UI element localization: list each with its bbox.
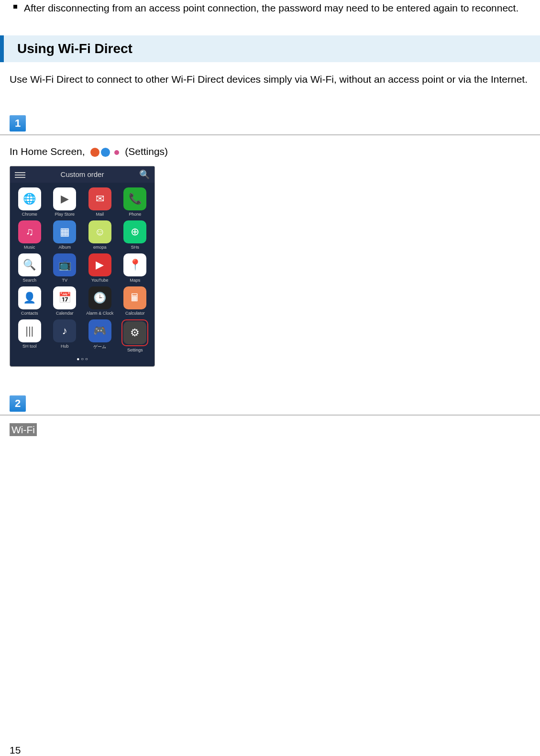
app-item: 🌐Chrome [14, 187, 45, 217]
app-label: Chrome [22, 212, 37, 217]
settings-icon-group [90, 148, 119, 157]
app-item: ☺emopa [84, 220, 116, 250]
app-label: ゲーム [93, 344, 106, 350]
app-item: 📞Phone [120, 187, 151, 217]
app-item: 🖩Calculator [120, 286, 151, 316]
note-text: After disconnecting from an access point… [24, 0, 518, 16]
app-icon: ♫ [18, 220, 41, 243]
app-label: Album [58, 245, 71, 250]
app-label: Music [24, 245, 35, 250]
app-label: emopa [93, 245, 107, 250]
step-1-divider [0, 134, 540, 135]
app-icon: 🕒 [88, 286, 111, 309]
gear-icon [90, 148, 99, 157]
page-indicator: ● ○ ○ [10, 356, 154, 362]
app-label: Mail [96, 212, 104, 217]
app-label: Contacts [21, 311, 38, 316]
screenshot-top-label: Custom order [61, 170, 104, 178]
app-icon: ☺ [88, 220, 111, 243]
app-label: Search [22, 278, 36, 283]
app-icon: ||| [18, 319, 41, 342]
app-icon: 🎮 [88, 319, 111, 342]
app-icon: ⚙ [123, 321, 146, 344]
app-label: Calendar [56, 311, 74, 316]
app-item: ♫Music [14, 220, 45, 250]
step-1-text-pre: In Home Screen, [10, 146, 88, 157]
step-1-number: 1 [10, 115, 26, 131]
app-grid: 🌐Chrome▶Play Store✉Mail📞Phone♫Music▦Albu… [10, 183, 154, 354]
app-icon: ▦ [53, 220, 76, 243]
app-item: 📍Maps [120, 253, 151, 283]
app-icon: 🖩 [123, 286, 146, 309]
app-icon: ♪ [53, 319, 76, 342]
step-2-text: Wi-Fi [10, 423, 37, 436]
step-2-instruction: Wi-Fi [10, 424, 530, 436]
app-label: Maps [130, 278, 140, 283]
app-item: |||SH tool [14, 319, 45, 352]
app-item: 📺TV [49, 253, 81, 283]
app-icon: 📞 [123, 187, 146, 210]
section-description: Use Wi-Fi Direct to connect to other Wi-… [10, 72, 530, 87]
app-item: ✉Mail [84, 187, 116, 217]
app-label: Calculator [125, 311, 145, 316]
app-item: 📅Calendar [49, 286, 81, 316]
search-icon: 🔍 [139, 169, 150, 180]
app-icon: 🔍 [18, 253, 41, 276]
app-label: SH tool [22, 344, 37, 349]
step-2-number-badge: 2 [10, 395, 530, 415]
app-label: Alarm & Clock [86, 311, 113, 316]
app-icon: 📅 [53, 286, 76, 309]
app-icon: 🌐 [18, 187, 41, 210]
app-item: 🎮ゲーム [84, 319, 116, 352]
app-icon: ▶ [53, 187, 76, 210]
app-item: ▦Album [49, 220, 81, 250]
app-icon: 👤 [18, 286, 41, 309]
app-label: Settings [127, 348, 143, 352]
app-label: TV [62, 278, 67, 283]
app-icon: ▶ [88, 253, 111, 276]
note-item: After disconnecting from an access point… [10, 0, 530, 16]
app-label: Hub [61, 344, 69, 349]
home-screen-screenshot: Custom order 🔍 🌐Chrome▶Play Store✉Mail📞P… [10, 166, 155, 367]
app-label: Phone [129, 212, 141, 217]
app-item: ♪Hub [49, 319, 81, 352]
bullet-icon [13, 5, 17, 9]
menu-icon [15, 171, 25, 178]
app-item: ▶YouTube [84, 253, 116, 283]
step-1-text-post: (Settings) [125, 146, 168, 157]
app-item: 🔍Search [14, 253, 45, 283]
app-icon: ✉ [88, 187, 111, 210]
app-icon: ⊕ [123, 220, 146, 243]
app-icon: 📍 [123, 253, 146, 276]
app-label: SHs [131, 245, 139, 250]
step-2-divider [0, 415, 540, 416]
arrow-right-icon [101, 148, 110, 157]
app-label: Play Store [55, 212, 75, 217]
app-item: ▶Play Store [49, 187, 81, 217]
dot-icon [114, 150, 119, 155]
app-item: 🕒Alarm & Clock [84, 286, 116, 316]
app-item: ⚙Settings [120, 319, 151, 352]
section-heading-text: Using Wi-Fi Direct [11, 41, 532, 56]
step-1-number-badge: 1 [10, 115, 530, 134]
app-label: YouTube [91, 278, 108, 283]
screenshot-top-bar: Custom order 🔍 [10, 166, 154, 183]
section-heading: Using Wi-Fi Direct [0, 35, 540, 62]
app-icon: 📺 [53, 253, 76, 276]
app-item: 👤Contacts [14, 286, 45, 316]
app-item: ⊕SHs [120, 220, 151, 250]
step-2-number: 2 [10, 395, 26, 412]
step-1-instruction: In Home Screen, (Settings) [10, 144, 530, 159]
page-number: 15 [10, 745, 21, 756]
